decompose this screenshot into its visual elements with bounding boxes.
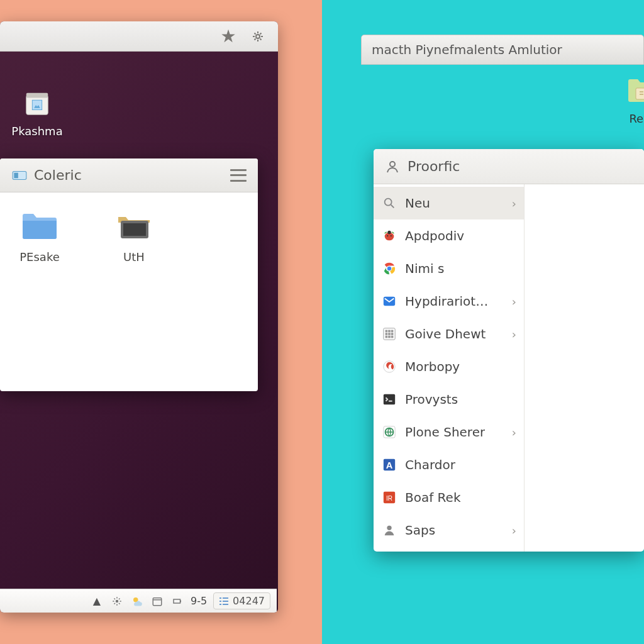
folder-item-pesake[interactable]: PEsake (11, 209, 68, 264)
app-menu-detail-pane (525, 184, 644, 552)
svg-rect-19 (636, 88, 644, 99)
svg-rect-15 (219, 604, 221, 605)
app-menu-column: Neu › Apdpodiv Nimi s (374, 184, 525, 552)
menu-item-nimis[interactable]: Nimi s (374, 252, 524, 285)
desktop-icon-label: Rest (616, 112, 644, 125)
menu-item-apdpodiv[interactable]: Apdpodiv (374, 219, 524, 252)
svg-rect-11 (174, 599, 180, 603)
taskbar-app-button[interactable]: 04247 (213, 592, 270, 609)
monitor-folder-icon (112, 209, 156, 244)
tray-calendar-icon[interactable] (150, 594, 164, 608)
svg-rect-2 (26, 93, 48, 98)
menu-item-chardor[interactable]: A Chardor (374, 448, 524, 481)
svg-rect-7 (123, 223, 146, 236)
desktop-icon-rest[interactable]: Rest (616, 74, 644, 125)
bookmark-star-icon[interactable]: ★ (219, 27, 238, 46)
chevron-right-icon: › (512, 524, 516, 537)
svg-text:IR: IR (386, 495, 392, 502)
prefs-window-titlebar[interactable]: macth Piynefmalents Amlutior (361, 35, 644, 65)
app-menu-body: Neu › Apdpodiv Nimi s (374, 184, 644, 552)
notification-burst-icon[interactable] (249, 28, 267, 45)
list-icon (219, 596, 229, 606)
ladybug-icon (381, 228, 397, 244)
menu-item-morbopy[interactable]: Morbopy (374, 350, 524, 383)
svg-point-48 (387, 526, 391, 530)
person-icon (381, 522, 397, 538)
menu-item-hypdirariote[interactable]: Hypdirariote... › (374, 285, 524, 318)
app-menu-window: Proorfic Neu › Apdpodiv (374, 149, 644, 552)
chevron-right-icon: › (512, 197, 516, 210)
split-left-pane: ★ Pkashma (0, 0, 322, 644)
menu-item-label: Saps (405, 523, 435, 538)
swirl-icon (381, 358, 397, 375)
svg-rect-37 (386, 336, 388, 338)
left-taskbar: ▲ 9-5 04247 (0, 589, 277, 613)
svg-rect-38 (388, 336, 391, 338)
grid-icon (381, 326, 397, 342)
svg-point-25 (391, 235, 392, 236)
svg-rect-5 (14, 172, 18, 178)
chrome-icon (381, 260, 397, 277)
menu-item-label: Chardor (405, 457, 455, 472)
menu-item-saps[interactable]: Saps › (374, 514, 524, 547)
svg-rect-14 (219, 601, 221, 602)
svg-point-23 (387, 231, 391, 235)
svg-rect-32 (388, 330, 391, 333)
menu-item-label: Morbopy (405, 359, 460, 374)
svg-rect-33 (391, 330, 394, 333)
folder-label: UtH (106, 250, 162, 264)
svg-point-20 (390, 162, 395, 167)
drive-icon (11, 167, 28, 184)
chevron-right-icon: › (512, 426, 516, 439)
chevron-right-icon: › (512, 328, 516, 341)
menu-item-provysts[interactable]: Provysts (374, 383, 524, 416)
file-manager-body: PEsake UtH (0, 192, 258, 280)
svg-rect-34 (386, 333, 388, 335)
menu-item-label: Apdpodiv (405, 228, 464, 243)
svg-rect-16 (223, 597, 228, 599)
file-manager-titlebar: Coleric (0, 158, 258, 192)
left-titlebar: ★ (0, 21, 278, 52)
system-tray: ▲ 9-5 (90, 594, 207, 608)
menu-item-label: Nimi s (405, 261, 444, 276)
app-menu-header: Proorfic (374, 149, 644, 184)
svg-rect-35 (388, 333, 391, 335)
tray-battery-icon[interactable] (170, 594, 184, 608)
menu-item-neu[interactable]: Neu › (374, 187, 524, 219)
svg-rect-17 (223, 601, 228, 602)
svg-point-24 (387, 235, 388, 236)
folder-label: PEsake (11, 250, 68, 264)
svg-point-21 (385, 199, 392, 206)
menu-item-label: Goive Dhewt (405, 326, 486, 341)
svg-point-8 (116, 599, 119, 602)
desktop-icon-plashma[interactable]: Pkashma (9, 87, 65, 138)
search-icon (381, 195, 397, 211)
menu-item-label: Provysts (405, 392, 458, 407)
menu-item-label: Boaf Rek (405, 490, 461, 505)
menu-item-label: Neu (405, 196, 430, 211)
taskbar-clock-2: 04247 (233, 595, 265, 607)
folder-icon (18, 209, 62, 244)
menu-item-boaf-rek[interactable]: IR Boaf Rek (374, 481, 524, 514)
tray-gear-icon[interactable] (110, 594, 124, 608)
menu-item-goive-dhewt[interactable]: Goive Dhewt › (374, 318, 524, 350)
file-manager-menu-button[interactable] (230, 169, 247, 182)
svg-rect-10 (153, 597, 162, 605)
globe-icon (381, 424, 397, 440)
split-right-pane: macth Piynefmalents Amlutior Rest Proorf… (322, 0, 644, 644)
chevron-right-icon: › (512, 295, 516, 308)
notepad-icon (20, 87, 54, 121)
menu-item-label: Plone Sherer (405, 425, 485, 440)
app-menu-title: Proorfic (408, 158, 460, 174)
menu-item-plone-sherer[interactable]: Plone Sherer › (374, 416, 524, 448)
folder-item-uth[interactable]: UtH (106, 209, 162, 264)
left-desktop-window: ★ Pkashma (0, 21, 278, 613)
tray-up-icon[interactable]: ▲ (90, 594, 104, 608)
terminal-icon (381, 391, 397, 408)
svg-point-0 (256, 35, 260, 38)
svg-rect-12 (180, 600, 181, 602)
menu-item-label: Hypdirariote... (405, 294, 493, 309)
tray-weather-icon[interactable] (130, 594, 144, 608)
svg-rect-31 (386, 330, 388, 333)
svg-rect-36 (391, 333, 394, 335)
